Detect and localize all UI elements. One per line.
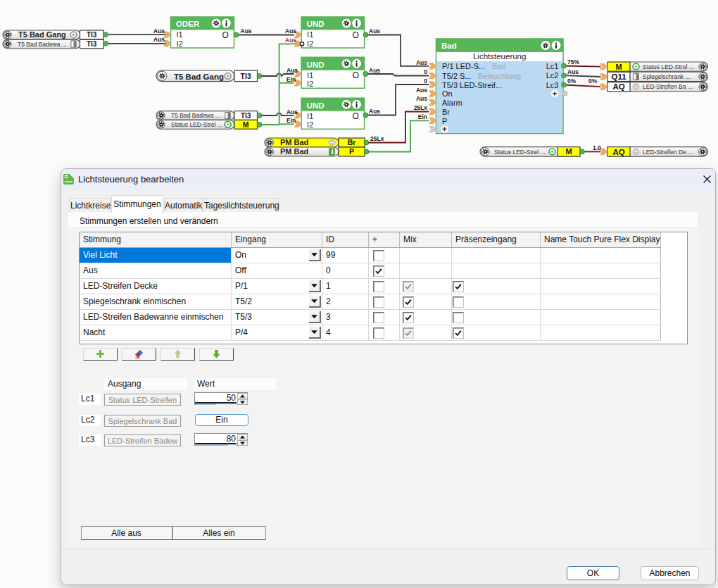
svg-text:ODER: ODER bbox=[176, 20, 200, 28]
svg-text:T5 Bad Badewa ...: T5 Bad Badewa ... bbox=[171, 112, 220, 119]
svg-text:Lc2: Lc2 bbox=[546, 71, 559, 80]
svg-text:0%: 0% bbox=[567, 77, 577, 85]
svg-text:Aus: Aus bbox=[369, 27, 380, 35]
svg-text:P: P bbox=[442, 117, 447, 125]
svg-text:P: P bbox=[349, 147, 354, 156]
svg-text:1.0: 1.0 bbox=[593, 144, 601, 151]
svg-text:T5/3 LED-Streif...: T5/3 LED-Streif... bbox=[442, 81, 502, 89]
svg-text:P/1 LED-S...: P/1 LED-S... bbox=[442, 62, 485, 70]
svg-text:TI3: TI3 bbox=[241, 72, 251, 80]
svg-text:TI3: TI3 bbox=[87, 31, 97, 39]
svg-text:Aus: Aus bbox=[241, 27, 252, 35]
svg-text:Aus: Aus bbox=[286, 108, 298, 115]
svg-text:Ein: Ein bbox=[418, 113, 427, 120]
svg-text:Bad: Bad bbox=[441, 42, 457, 50]
svg-text:O: O bbox=[353, 111, 359, 121]
svg-text:Ein: Ein bbox=[286, 117, 296, 124]
svg-text:Aus: Aus bbox=[369, 108, 380, 115]
svg-text:Aus: Aus bbox=[369, 67, 380, 74]
svg-text:M: M bbox=[615, 63, 622, 71]
svg-text:M: M bbox=[565, 147, 572, 156]
svg-text:TI3: TI3 bbox=[87, 40, 97, 48]
svg-text:Ein: Ein bbox=[286, 76, 296, 83]
svg-text:Beleuchtung: Beleuchtung bbox=[478, 72, 521, 80]
svg-text:Status LED-Strel ...: Status LED-Strel ... bbox=[494, 149, 546, 156]
svg-text:Lichtsteuerung: Lichtsteuerung bbox=[473, 52, 526, 61]
svg-text:UND: UND bbox=[307, 101, 325, 110]
svg-text:Alarm: Alarm bbox=[442, 99, 462, 107]
svg-text:Br: Br bbox=[442, 108, 450, 116]
svg-text:Lc1: Lc1 bbox=[546, 62, 559, 70]
svg-text:Aus: Aus bbox=[416, 95, 427, 102]
svg-text:T5/2 S...: T5/2 S... bbox=[442, 72, 472, 80]
svg-text:Status LED-Strel ...: Status LED-Strel ... bbox=[643, 63, 694, 70]
svg-text:Aus: Aus bbox=[153, 36, 165, 43]
svg-text:O: O bbox=[353, 70, 359, 80]
svg-text:T5 Bad Badewa ...: T5 Bad Badewa ... bbox=[18, 41, 67, 48]
svg-text:I2: I2 bbox=[307, 80, 313, 88]
svg-text:Aus: Aus bbox=[286, 67, 298, 74]
svg-text:T5 Bad Gang: T5 Bad Gang bbox=[174, 73, 224, 81]
svg-text:On: On bbox=[442, 89, 453, 98]
svg-text:Aus: Aus bbox=[567, 68, 579, 75]
svg-text:LED-Strelfen Ba ...: LED-Strelfen Ba ... bbox=[643, 83, 693, 90]
svg-text:Aus: Aus bbox=[416, 87, 427, 94]
svg-text:O: O bbox=[353, 30, 359, 40]
svg-text:T5 Bad Gang: T5 Bad Gang bbox=[18, 30, 66, 39]
svg-text:I2: I2 bbox=[177, 39, 183, 48]
svg-text:M: M bbox=[243, 120, 249, 129]
svg-text:UND: UND bbox=[307, 20, 325, 28]
svg-text:UND: UND bbox=[307, 61, 325, 69]
svg-text:0%: 0% bbox=[588, 77, 598, 85]
svg-text:25Lx: 25Lx bbox=[370, 135, 384, 142]
svg-text:I2: I2 bbox=[307, 39, 313, 48]
svg-text:Bad: Bad bbox=[492, 62, 506, 70]
svg-text:0: 0 bbox=[424, 77, 427, 85]
svg-text:PM Bad: PM Bad bbox=[280, 138, 308, 146]
svg-text:75%: 75% bbox=[567, 58, 579, 65]
svg-text:25Lx: 25Lx bbox=[414, 104, 428, 111]
svg-text:I1: I1 bbox=[307, 30, 313, 39]
svg-text:AQ: AQ bbox=[612, 148, 624, 156]
svg-text:I1: I1 bbox=[307, 112, 313, 120]
svg-text:O: O bbox=[222, 30, 229, 40]
svg-text:Aus: Aus bbox=[153, 27, 165, 35]
svg-text:Br: Br bbox=[348, 138, 356, 146]
svg-text:Status LED-Strel ...: Status LED-Strel ... bbox=[171, 121, 222, 128]
svg-text:I1: I1 bbox=[177, 30, 183, 39]
svg-text:I1: I1 bbox=[307, 71, 313, 80]
svg-text:Aus: Aus bbox=[285, 37, 296, 44]
svg-text:TI3: TI3 bbox=[241, 112, 251, 120]
svg-text:AQ: AQ bbox=[612, 82, 624, 91]
svg-text:LED-Strelfen De ...: LED-Strelfen De ... bbox=[643, 149, 693, 156]
svg-text:Lc3: Lc3 bbox=[546, 81, 559, 89]
svg-text:I2: I2 bbox=[307, 120, 313, 129]
svg-text:Aus: Aus bbox=[285, 27, 296, 35]
svg-text:PM Bad: PM Bad bbox=[280, 147, 308, 156]
svg-text:Splegelschrank ...: Splegelschrank ... bbox=[643, 73, 691, 80]
svg-text:Q11: Q11 bbox=[611, 73, 626, 81]
svg-text:0: 0 bbox=[424, 68, 427, 75]
svg-text:Aus: Aus bbox=[416, 59, 427, 66]
